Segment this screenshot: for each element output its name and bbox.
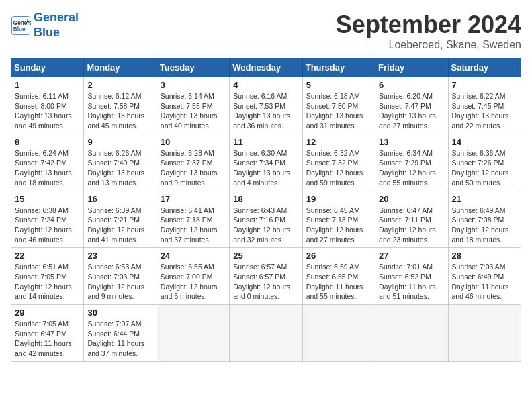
calendar-cell: 11Sunrise: 6:30 AM Sunset: 7:34 PM Dayli… — [230, 134, 302, 191]
weekday-header-tuesday: Tuesday — [157, 58, 229, 77]
day-info: Sunrise: 6:43 AM Sunset: 7:16 PM Dayligh… — [233, 205, 298, 245]
calendar-cell: 19Sunrise: 6:45 AM Sunset: 7:13 PM Dayli… — [302, 191, 375, 248]
calendar-cell: 23Sunrise: 6:53 AM Sunset: 7:03 PM Dayli… — [84, 248, 157, 305]
day-info: Sunrise: 6:32 AM Sunset: 7:32 PM Dayligh… — [306, 148, 371, 188]
calendar-cell: 6Sunrise: 6:20 AM Sunset: 7:47 PM Daylig… — [375, 77, 448, 134]
weekday-header-monday: Monday — [84, 58, 157, 77]
calendar-cell — [157, 305, 229, 362]
day-info: Sunrise: 6:57 AM Sunset: 6:57 PM Dayligh… — [233, 262, 298, 302]
calendar-cell: 1Sunrise: 6:11 AM Sunset: 8:00 PM Daylig… — [11, 77, 84, 134]
day-info: Sunrise: 6:18 AM Sunset: 7:50 PM Dayligh… — [306, 91, 371, 131]
calendar-cell: 17Sunrise: 6:41 AM Sunset: 7:18 PM Dayli… — [157, 191, 229, 248]
day-info: Sunrise: 6:30 AM Sunset: 7:34 PM Dayligh… — [233, 148, 298, 188]
day-number: 4 — [233, 80, 298, 90]
day-info: Sunrise: 6:47 AM Sunset: 7:11 PM Dayligh… — [379, 205, 444, 245]
day-info: Sunrise: 7:05 AM Sunset: 6:47 PM Dayligh… — [15, 319, 80, 359]
weekday-header-thursday: Thursday — [302, 58, 375, 77]
day-info: Sunrise: 6:59 AM Sunset: 6:55 PM Dayligh… — [306, 262, 371, 302]
day-number: 10 — [161, 137, 226, 147]
calendar-cell: 29Sunrise: 7:05 AM Sunset: 6:47 PM Dayli… — [11, 305, 84, 362]
month-title: September 2024 — [336, 11, 521, 39]
day-info: Sunrise: 6:11 AM Sunset: 8:00 PM Dayligh… — [15, 91, 80, 131]
calendar-cell — [375, 305, 448, 362]
day-number: 29 — [15, 308, 80, 318]
calendar-cell: 13Sunrise: 6:34 AM Sunset: 7:29 PM Dayli… — [375, 134, 448, 191]
calendar-cell: 2Sunrise: 6:12 AM Sunset: 7:58 PM Daylig… — [84, 77, 157, 134]
logo: General Blue General Blue — [11, 11, 79, 40]
day-number: 1 — [15, 80, 80, 90]
day-number: 17 — [161, 194, 226, 204]
day-number: 23 — [87, 250, 152, 261]
svg-text:Blue: Blue — [13, 26, 26, 32]
day-number: 5 — [306, 80, 371, 90]
day-number: 2 — [87, 80, 152, 90]
weekday-header-saturday: Saturday — [448, 58, 521, 77]
calendar-cell: 22Sunrise: 6:51 AM Sunset: 7:05 PM Dayli… — [11, 248, 84, 305]
day-number: 27 — [379, 250, 444, 261]
day-number: 25 — [233, 250, 298, 261]
svg-text:General: General — [13, 19, 31, 26]
calendar-table: SundayMondayTuesdayWednesdayThursdayFrid… — [11, 58, 521, 362]
calendar-cell — [302, 305, 375, 362]
day-number: 20 — [379, 194, 444, 204]
day-info: Sunrise: 6:38 AM Sunset: 7:24 PM Dayligh… — [15, 205, 80, 245]
calendar-cell: 3Sunrise: 6:14 AM Sunset: 7:55 PM Daylig… — [157, 77, 229, 134]
calendar-cell: 27Sunrise: 7:01 AM Sunset: 6:52 PM Dayli… — [375, 248, 448, 305]
calendar-cell: 10Sunrise: 6:28 AM Sunset: 7:37 PM Dayli… — [157, 134, 229, 191]
week-row-4: 22Sunrise: 6:51 AM Sunset: 7:05 PM Dayli… — [11, 248, 521, 305]
day-info: Sunrise: 6:34 AM Sunset: 7:29 PM Dayligh… — [379, 148, 444, 188]
day-number: 24 — [161, 250, 226, 261]
week-row-5: 29Sunrise: 7:05 AM Sunset: 6:47 PM Dayli… — [11, 305, 521, 362]
day-info: Sunrise: 6:49 AM Sunset: 7:08 PM Dayligh… — [452, 205, 517, 245]
day-info: Sunrise: 6:22 AM Sunset: 7:45 PM Dayligh… — [452, 91, 517, 131]
day-number: 26 — [306, 250, 371, 261]
weekday-header-sunday: Sunday — [11, 58, 84, 77]
day-info: Sunrise: 6:16 AM Sunset: 7:53 PM Dayligh… — [233, 91, 298, 131]
calendar-cell: 12Sunrise: 6:32 AM Sunset: 7:32 PM Dayli… — [302, 134, 375, 191]
day-number: 16 — [87, 194, 152, 204]
day-number: 8 — [15, 137, 80, 147]
calendar-cell: 7Sunrise: 6:22 AM Sunset: 7:45 PM Daylig… — [448, 77, 521, 134]
calendar-cell: 16Sunrise: 6:39 AM Sunset: 7:21 PM Dayli… — [84, 191, 157, 248]
calendar-cell: 14Sunrise: 6:36 AM Sunset: 7:26 PM Dayli… — [448, 134, 521, 191]
day-info: Sunrise: 7:01 AM Sunset: 6:52 PM Dayligh… — [379, 262, 444, 302]
day-number: 14 — [452, 137, 517, 147]
day-number: 12 — [306, 137, 371, 147]
calendar-cell: 8Sunrise: 6:24 AM Sunset: 7:42 PM Daylig… — [11, 134, 84, 191]
day-info: Sunrise: 6:53 AM Sunset: 7:03 PM Dayligh… — [87, 262, 152, 302]
day-info: Sunrise: 6:45 AM Sunset: 7:13 PM Dayligh… — [306, 205, 371, 245]
calendar-cell: 15Sunrise: 6:38 AM Sunset: 7:24 PM Dayli… — [11, 191, 84, 248]
day-number: 15 — [15, 194, 80, 204]
day-info: Sunrise: 6:51 AM Sunset: 7:05 PM Dayligh… — [15, 262, 80, 302]
day-info: Sunrise: 6:14 AM Sunset: 7:55 PM Dayligh… — [161, 91, 226, 131]
calendar-cell: 4Sunrise: 6:16 AM Sunset: 7:53 PM Daylig… — [230, 77, 302, 134]
day-info: Sunrise: 6:55 AM Sunset: 7:00 PM Dayligh… — [161, 262, 226, 302]
day-info: Sunrise: 7:03 AM Sunset: 6:49 PM Dayligh… — [452, 262, 517, 302]
day-info: Sunrise: 6:36 AM Sunset: 7:26 PM Dayligh… — [452, 148, 517, 188]
day-info: Sunrise: 6:20 AM Sunset: 7:47 PM Dayligh… — [379, 91, 444, 131]
calendar-cell: 26Sunrise: 6:59 AM Sunset: 6:55 PM Dayli… — [302, 248, 375, 305]
day-number: 30 — [87, 308, 152, 318]
day-info: Sunrise: 6:24 AM Sunset: 7:42 PM Dayligh… — [15, 148, 80, 188]
day-info: Sunrise: 6:28 AM Sunset: 7:37 PM Dayligh… — [161, 148, 226, 188]
day-number: 28 — [452, 250, 517, 261]
day-number: 18 — [233, 194, 298, 204]
calendar-cell: 28Sunrise: 7:03 AM Sunset: 6:49 PM Dayli… — [448, 248, 521, 305]
day-info: Sunrise: 6:12 AM Sunset: 7:58 PM Dayligh… — [87, 91, 152, 131]
day-number: 9 — [87, 137, 152, 147]
weekday-header-friday: Friday — [375, 58, 448, 77]
header: General Blue General Blue September 2024… — [11, 11, 521, 51]
location-title: Loeberoed, Skane, Sweden — [336, 39, 521, 51]
day-number: 7 — [452, 80, 517, 90]
week-row-1: 1Sunrise: 6:11 AM Sunset: 8:00 PM Daylig… — [11, 77, 521, 134]
week-row-3: 15Sunrise: 6:38 AM Sunset: 7:24 PM Dayli… — [11, 191, 521, 248]
day-number: 3 — [161, 80, 226, 90]
calendar-cell — [230, 305, 302, 362]
calendar-cell: 24Sunrise: 6:55 AM Sunset: 7:00 PM Dayli… — [157, 248, 229, 305]
calendar-cell: 25Sunrise: 6:57 AM Sunset: 6:57 PM Dayli… — [230, 248, 302, 305]
day-number: 19 — [306, 194, 371, 204]
weekday-header-wednesday: Wednesday — [230, 58, 302, 77]
calendar-cell: 5Sunrise: 6:18 AM Sunset: 7:50 PM Daylig… — [302, 77, 375, 134]
title-area: September 2024 Loeberoed, Skane, Sweden — [336, 11, 521, 51]
weekday-header-row: SundayMondayTuesdayWednesdayThursdayFrid… — [11, 58, 521, 77]
